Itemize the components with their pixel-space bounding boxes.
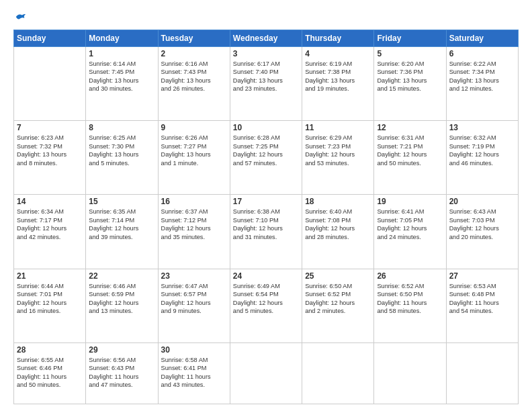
calendar-cell: 19Sunrise: 6:41 AM Sunset: 7:05 PM Dayli… — [374, 195, 446, 269]
calendar-cell: 1Sunrise: 6:14 AM Sunset: 7:45 PM Daylig… — [86, 47, 158, 121]
day-info: Sunrise: 6:46 AM Sunset: 6:59 PM Dayligh… — [89, 282, 154, 316]
weekday-header: Friday — [374, 30, 446, 47]
day-info: Sunrise: 6:38 AM Sunset: 7:10 PM Dayligh… — [233, 208, 299, 241]
weekday-header: Saturday — [446, 30, 518, 47]
calendar-cell: 18Sunrise: 6:40 AM Sunset: 7:08 PM Dayli… — [302, 195, 374, 269]
day-info: Sunrise: 6:19 AM Sunset: 7:38 PM Dayligh… — [305, 60, 371, 93]
day-number: 30 — [161, 345, 227, 355]
day-number: 16 — [161, 197, 227, 206]
calendar-cell: 15Sunrise: 6:35 AM Sunset: 7:14 PM Dayli… — [86, 195, 158, 269]
day-info: Sunrise: 6:56 AM Sunset: 6:43 PM Dayligh… — [89, 356, 154, 390]
day-number: 6 — [449, 49, 515, 58]
calendar-cell: 4Sunrise: 6:19 AM Sunset: 7:38 PM Daylig… — [302, 47, 374, 121]
calendar-cell: 27Sunrise: 6:53 AM Sunset: 6:48 PM Dayli… — [446, 269, 518, 342]
calendar-cell — [374, 342, 446, 404]
weekday-header: Monday — [86, 30, 158, 47]
weekday-header: Wednesday — [230, 30, 302, 47]
day-number: 27 — [449, 271, 515, 281]
day-number: 17 — [233, 197, 299, 206]
calendar-cell: 11Sunrise: 6:29 AM Sunset: 7:23 PM Dayli… — [302, 121, 374, 195]
calendar-cell: 29Sunrise: 6:56 AM Sunset: 6:43 PM Dayli… — [86, 342, 158, 404]
calendar-cell: 16Sunrise: 6:37 AM Sunset: 7:12 PM Dayli… — [158, 195, 230, 269]
calendar-cell: 23Sunrise: 6:47 AM Sunset: 6:57 PM Dayli… — [158, 269, 230, 342]
calendar-cell — [302, 342, 374, 404]
day-number: 21 — [17, 271, 83, 281]
day-number: 1 — [89, 49, 154, 58]
day-info: Sunrise: 6:16 AM Sunset: 7:43 PM Dayligh… — [161, 60, 227, 93]
calendar-cell — [14, 47, 86, 121]
calendar-cell: 5Sunrise: 6:20 AM Sunset: 7:36 PM Daylig… — [374, 47, 446, 121]
day-number: 18 — [305, 197, 371, 206]
day-number: 9 — [161, 123, 227, 132]
day-number: 25 — [305, 271, 371, 281]
day-info: Sunrise: 6:35 AM Sunset: 7:14 PM Dayligh… — [89, 208, 154, 241]
calendar-cell: 14Sunrise: 6:34 AM Sunset: 7:17 PM Dayli… — [14, 195, 86, 269]
day-info: Sunrise: 6:37 AM Sunset: 7:12 PM Dayligh… — [161, 208, 227, 241]
calendar-cell: 6Sunrise: 6:22 AM Sunset: 7:34 PM Daylig… — [446, 47, 518, 121]
day-number: 15 — [89, 197, 154, 206]
weekday-header: Sunday — [14, 30, 86, 47]
day-info: Sunrise: 6:23 AM Sunset: 7:32 PM Dayligh… — [17, 134, 83, 167]
calendar-cell: 30Sunrise: 6:58 AM Sunset: 6:41 PM Dayli… — [158, 342, 230, 404]
calendar-cell: 17Sunrise: 6:38 AM Sunset: 7:10 PM Dayli… — [230, 195, 302, 269]
day-info: Sunrise: 6:52 AM Sunset: 6:50 PM Dayligh… — [377, 282, 443, 316]
day-number: 26 — [377, 271, 443, 281]
day-number: 2 — [161, 49, 227, 58]
weekday-header: Tuesday — [158, 30, 230, 47]
day-info: Sunrise: 6:47 AM Sunset: 6:57 PM Dayligh… — [161, 282, 227, 316]
day-info: Sunrise: 6:58 AM Sunset: 6:41 PM Dayligh… — [161, 356, 227, 390]
calendar-week-row: 1Sunrise: 6:14 AM Sunset: 7:45 PM Daylig… — [14, 47, 519, 121]
calendar-cell: 7Sunrise: 6:23 AM Sunset: 7:32 PM Daylig… — [14, 121, 86, 195]
calendar-cell: 22Sunrise: 6:46 AM Sunset: 6:59 PM Dayli… — [86, 269, 158, 342]
day-number: 4 — [305, 49, 371, 58]
day-info: Sunrise: 6:53 AM Sunset: 6:48 PM Dayligh… — [449, 282, 515, 316]
calendar-cell: 8Sunrise: 6:25 AM Sunset: 7:30 PM Daylig… — [86, 121, 158, 195]
day-info: Sunrise: 6:32 AM Sunset: 7:19 PM Dayligh… — [449, 134, 515, 167]
calendar-week-row: 28Sunrise: 6:55 AM Sunset: 6:46 PM Dayli… — [14, 342, 519, 404]
day-info: Sunrise: 6:34 AM Sunset: 7:17 PM Dayligh… — [17, 208, 83, 241]
day-info: Sunrise: 6:22 AM Sunset: 7:34 PM Dayligh… — [449, 60, 515, 93]
calendar-cell — [446, 342, 518, 404]
day-number: 13 — [449, 123, 515, 132]
calendar-cell: 26Sunrise: 6:52 AM Sunset: 6:50 PM Dayli… — [374, 269, 446, 342]
logo-bird-icon — [15, 12, 27, 24]
day-info: Sunrise: 6:41 AM Sunset: 7:05 PM Dayligh… — [377, 208, 443, 241]
weekday-header: Thursday — [302, 30, 374, 47]
calendar-cell: 2Sunrise: 6:16 AM Sunset: 7:43 PM Daylig… — [158, 47, 230, 121]
day-info: Sunrise: 6:44 AM Sunset: 7:01 PM Dayligh… — [17, 282, 83, 316]
day-info: Sunrise: 6:17 AM Sunset: 7:40 PM Dayligh… — [233, 60, 299, 93]
day-number: 7 — [17, 123, 83, 132]
day-number: 19 — [377, 197, 443, 206]
day-info: Sunrise: 6:49 AM Sunset: 6:54 PM Dayligh… — [233, 282, 299, 316]
calendar-cell: 21Sunrise: 6:44 AM Sunset: 7:01 PM Dayli… — [14, 269, 86, 342]
day-number: 29 — [89, 345, 154, 355]
day-number: 5 — [377, 49, 443, 58]
day-info: Sunrise: 6:25 AM Sunset: 7:30 PM Dayligh… — [89, 134, 154, 167]
day-number: 23 — [161, 271, 227, 281]
day-info: Sunrise: 6:29 AM Sunset: 7:23 PM Dayligh… — [305, 134, 371, 167]
calendar-week-row: 14Sunrise: 6:34 AM Sunset: 7:17 PM Dayli… — [14, 195, 519, 269]
calendar-header-row: SundayMondayTuesdayWednesdayThursdayFrid… — [14, 30, 519, 47]
day-number: 3 — [233, 49, 299, 58]
day-info: Sunrise: 6:43 AM Sunset: 7:03 PM Dayligh… — [449, 208, 515, 241]
calendar-cell: 13Sunrise: 6:32 AM Sunset: 7:19 PM Dayli… — [446, 121, 518, 195]
day-number: 10 — [233, 123, 299, 132]
day-number: 11 — [305, 123, 371, 132]
day-info: Sunrise: 6:55 AM Sunset: 6:46 PM Dayligh… — [17, 356, 83, 390]
day-number: 14 — [17, 197, 83, 206]
day-info: Sunrise: 6:28 AM Sunset: 7:25 PM Dayligh… — [233, 134, 299, 167]
day-number: 20 — [449, 197, 515, 206]
calendar-cell: 25Sunrise: 6:50 AM Sunset: 6:52 PM Dayli… — [302, 269, 374, 342]
calendar-cell: 10Sunrise: 6:28 AM Sunset: 7:25 PM Dayli… — [230, 121, 302, 195]
day-number: 28 — [17, 345, 83, 355]
day-info: Sunrise: 6:14 AM Sunset: 7:45 PM Dayligh… — [89, 60, 154, 93]
header — [13, 12, 519, 24]
day-info: Sunrise: 6:31 AM Sunset: 7:21 PM Dayligh… — [377, 134, 443, 167]
calendar-cell: 9Sunrise: 6:26 AM Sunset: 7:27 PM Daylig… — [158, 121, 230, 195]
page: SundayMondayTuesdayWednesdayThursdayFrid… — [0, 0, 532, 411]
day-number: 8 — [89, 123, 154, 132]
day-number: 24 — [233, 271, 299, 281]
day-info: Sunrise: 6:50 AM Sunset: 6:52 PM Dayligh… — [305, 282, 371, 316]
day-info: Sunrise: 6:40 AM Sunset: 7:08 PM Dayligh… — [305, 208, 371, 241]
logo — [13, 12, 27, 24]
